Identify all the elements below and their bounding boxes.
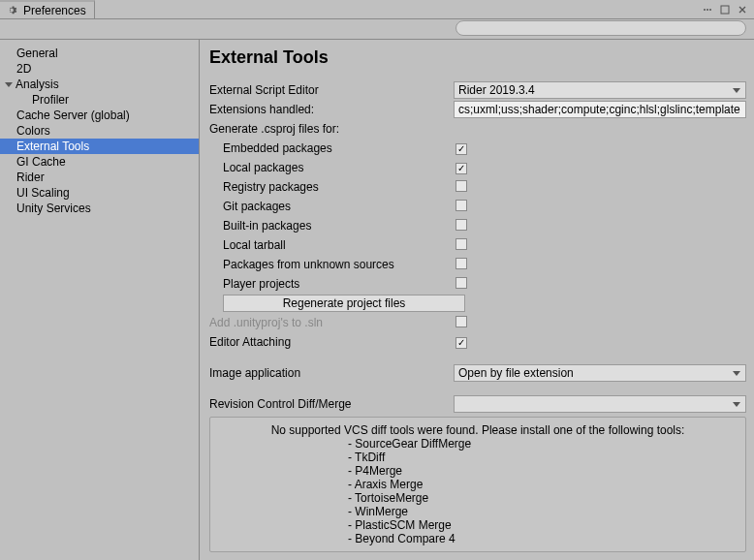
editor-attaching-checkbox[interactable] (456, 337, 467, 349)
csproj-checkbox-packages-from-unknown-sources[interactable] (456, 258, 467, 269)
csproj-label: Player projects (209, 277, 454, 291)
expand-arrow-icon (5, 82, 13, 87)
gear-icon (8, 5, 19, 16)
extensions-handled-row: Extensions handled: (209, 101, 746, 118)
sidebar-item-gi-cache[interactable]: GI Cache (0, 154, 199, 170)
add-unityproj-row: Add .unityproj's to .sln (209, 314, 746, 331)
csproj-label: Registry packages (209, 180, 454, 194)
vcs-tool-item: - Araxis Merge (218, 478, 738, 491)
sidebar-item-label: Profiler (32, 93, 69, 107)
svg-point-0 (704, 9, 706, 11)
generate-csproj-label-row: Generate .csproj files for: (209, 120, 746, 138)
csproj-label: Embedded packages (209, 141, 454, 155)
search-input[interactable] (456, 20, 746, 36)
extensions-handled-input[interactable] (454, 101, 746, 118)
body: General2DAnalysisProfilerCache Server (g… (0, 39, 754, 560)
sidebar-item-label: 2D (16, 62, 31, 76)
sidebar-item-label: Analysis (16, 78, 59, 91)
vcs-tool-item: - TkDiff (218, 451, 738, 464)
external-script-editor-row: External Script Editor Rider 2019.3.4 (209, 81, 746, 99)
close-button[interactable] (735, 3, 750, 16)
csproj-label: Git packages (209, 200, 454, 213)
add-unityproj-checkbox (456, 316, 467, 327)
external-script-editor-dropdown[interactable]: Rider 2019.3.4 (454, 81, 746, 99)
context-menu-button[interactable] (700, 3, 715, 16)
sidebar-item-2d[interactable]: 2D (0, 61, 199, 77)
csproj-row-2: Registry packages (209, 178, 746, 196)
sidebar-item-rider[interactable]: Rider (0, 170, 199, 185)
sidebar-item-label: General (16, 47, 58, 60)
vcs-info-header: No supported VCS diff tools were found. … (218, 423, 738, 437)
csproj-checkbox-registry-packages[interactable] (456, 180, 467, 192)
maximize-button[interactable] (717, 3, 733, 16)
page-heading: External Tools (209, 47, 746, 68)
image-application-label: Image application (209, 366, 454, 380)
csproj-checkbox-local-packages[interactable] (456, 163, 467, 174)
image-application-dropdown[interactable]: Open by file extension (454, 364, 746, 382)
csproj-row-0: Embedded packages (209, 140, 746, 157)
regenerate-button[interactable]: Regenerate project files (223, 295, 465, 312)
sidebar-item-label: Unity Services (16, 202, 91, 215)
vcs-info-box: No supported VCS diff tools were found. … (209, 417, 746, 552)
editor-attaching-label: Editor Attaching (209, 335, 454, 349)
vcs-tool-item: - Beyond Compare 4 (218, 532, 738, 545)
editor-attaching-row: Editor Attaching (209, 333, 746, 351)
sidebar-item-external-tools[interactable]: External Tools (0, 139, 199, 154)
sidebar-item-cache-server-global-[interactable]: Cache Server (global) (0, 108, 199, 123)
external-script-editor-label: External Script Editor (209, 83, 454, 97)
vcs-tool-item: - SourceGear DiffMerge (218, 437, 738, 451)
csproj-row-3: Git packages (209, 198, 746, 215)
revision-control-dropdown[interactable] (454, 395, 746, 413)
sidebar-item-analysis[interactable]: Analysis (0, 77, 199, 92)
svg-point-2 (709, 9, 711, 11)
csproj-label: Built-in packages (209, 219, 454, 233)
svg-rect-3 (721, 6, 729, 14)
vcs-tool-item: - PlasticSCM Merge (218, 518, 738, 532)
revision-control-label: Revision Control Diff/Merge (209, 397, 454, 411)
csproj-label: Local packages (209, 161, 454, 174)
csproj-checkbox-git-packages[interactable] (456, 200, 467, 211)
sidebar-item-label: Colors (16, 124, 50, 138)
sidebar-item-general[interactable]: General (0, 46, 199, 61)
csproj-checkbox-local-tarball[interactable] (456, 238, 467, 250)
sidebar: General2DAnalysisProfilerCache Server (g… (0, 40, 200, 560)
sidebar-item-label: Cache Server (global) (16, 109, 130, 122)
image-application-row: Image application Open by file extension (209, 364, 746, 382)
sidebar-item-colors[interactable]: Colors (0, 123, 199, 139)
main-panel: External Tools External Script Editor Ri… (200, 40, 754, 560)
svg-point-1 (707, 9, 708, 11)
csproj-row-7: Player projects (209, 275, 746, 293)
csproj-row-4: Built-in packages (209, 217, 746, 234)
generate-csproj-label: Generate .csproj files for: (209, 122, 454, 136)
extensions-handled-label: Extensions handled: (209, 103, 454, 116)
revision-control-row: Revision Control Diff/Merge (209, 395, 746, 413)
csproj-checkbox-built-in-packages[interactable] (456, 219, 467, 231)
vcs-tool-item: - WinMerge (218, 505, 738, 518)
toolbar (0, 19, 754, 39)
csproj-label: Packages from unknown sources (209, 258, 454, 271)
csproj-row-5: Local tarball (209, 236, 746, 254)
csproj-checkbox-embedded-packages[interactable] (456, 143, 467, 155)
sidebar-item-label: UI Scaling (16, 186, 70, 200)
csproj-row-6: Packages from unknown sources (209, 256, 746, 273)
csproj-row-1: Local packages (209, 159, 746, 176)
window-tab[interactable]: Preferences (0, 0, 95, 18)
regenerate-row: Regenerate project files (209, 295, 746, 312)
sidebar-item-label: External Tools (16, 140, 89, 153)
window-title: Preferences (23, 4, 86, 17)
vcs-tool-item: - P4Merge (218, 464, 738, 478)
sidebar-item-label: GI Cache (16, 155, 66, 169)
csproj-checkbox-player-projects[interactable] (456, 277, 467, 289)
sidebar-item-label: Rider (16, 171, 45, 184)
sidebar-item-ui-scaling[interactable]: UI Scaling (0, 185, 199, 201)
sidebar-item-unity-services[interactable]: Unity Services (0, 201, 199, 216)
titlebar: Preferences (0, 0, 754, 19)
preferences-window: Preferences General2DAnalysisProfilerCac… (0, 0, 754, 560)
sidebar-item-profiler[interactable]: Profiler (0, 92, 199, 108)
vcs-tool-item: - TortoiseMerge (218, 491, 738, 505)
window-controls (700, 3, 754, 16)
csproj-label: Local tarball (209, 238, 454, 252)
add-unityproj-label: Add .unityproj's to .sln (209, 316, 454, 329)
